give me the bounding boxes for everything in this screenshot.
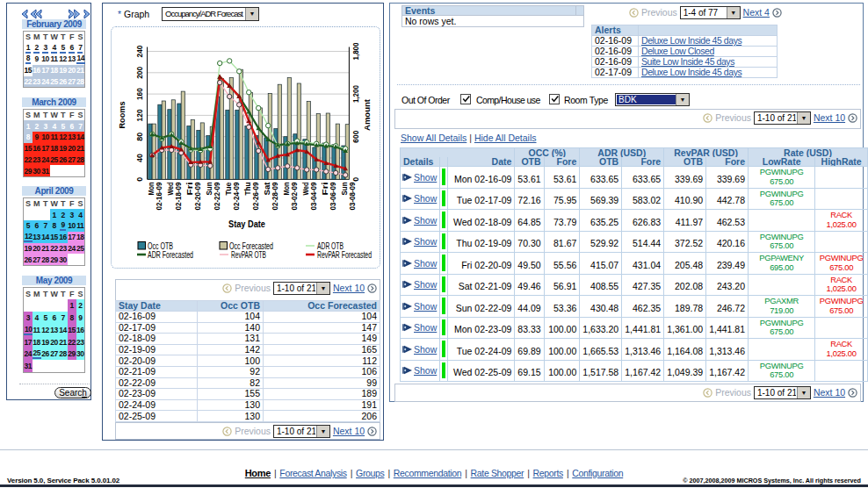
svg-text:RevPAR OTB: RevPAR OTB bbox=[231, 250, 266, 260]
svg-text:03-02-09: 03-02-09 bbox=[290, 182, 299, 210]
svg-text:80: 80 bbox=[135, 132, 144, 140]
svg-text:40: 40 bbox=[135, 154, 144, 162]
svg-text:02-24-09: 02-24-09 bbox=[232, 182, 241, 210]
svg-text:0: 0 bbox=[135, 177, 144, 182]
svg-text:ADR Forecasted: ADR Forecasted bbox=[148, 250, 193, 260]
svg-text:RevPAR Forecasted: RevPAR Forecasted bbox=[317, 250, 372, 260]
svg-text:02-26-09: 02-26-09 bbox=[251, 182, 260, 210]
svg-text:240: 240 bbox=[135, 45, 144, 57]
svg-text:200: 200 bbox=[135, 67, 144, 79]
svg-text:02-28-09: 02-28-09 bbox=[271, 182, 279, 210]
svg-text:03-08-09: 03-08-09 bbox=[348, 182, 357, 210]
svg-text:Amount: Amount bbox=[362, 98, 372, 131]
svg-text:03-04-09: 03-04-09 bbox=[309, 182, 318, 210]
svg-text:600: 600 bbox=[351, 130, 360, 142]
svg-text:02-16-09: 02-16-09 bbox=[155, 182, 163, 210]
svg-text:02-18-09: 02-18-09 bbox=[174, 182, 183, 210]
svg-text:120: 120 bbox=[135, 109, 144, 121]
svg-text:Stay Date: Stay Date bbox=[228, 219, 265, 229]
svg-text:02-20-09: 02-20-09 bbox=[193, 182, 202, 210]
svg-text:03-06-09: 03-06-09 bbox=[329, 182, 337, 210]
svg-text:02-22-09: 02-22-09 bbox=[213, 182, 221, 210]
svg-text:0: 0 bbox=[351, 177, 360, 182]
svg-text:1,200: 1,200 bbox=[351, 85, 360, 103]
svg-text:1,800: 1,800 bbox=[351, 42, 360, 60]
svg-text:Rooms: Rooms bbox=[117, 102, 127, 129]
svg-text:160: 160 bbox=[135, 88, 144, 100]
